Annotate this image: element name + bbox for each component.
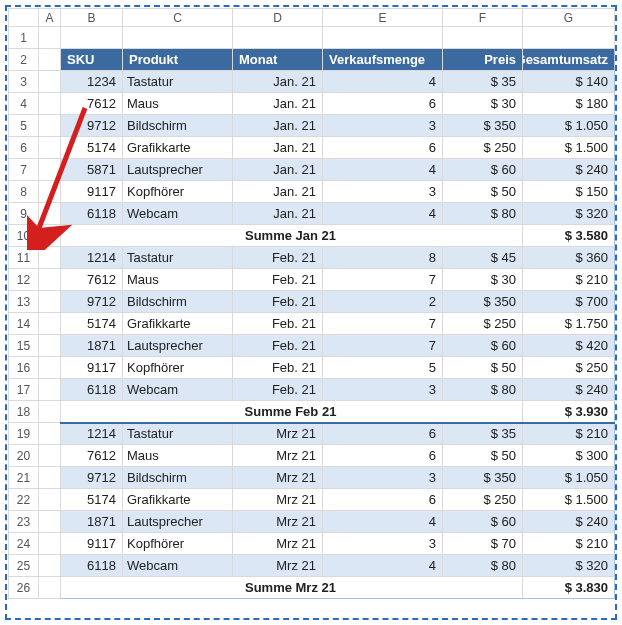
cell-A[interactable] <box>39 489 61 511</box>
cell-menge[interactable]: 6 <box>323 445 443 467</box>
cell-sku[interactable]: 5174 <box>61 313 123 335</box>
cell-B[interactable] <box>61 27 123 49</box>
cell-monat[interactable]: Feb. 21 <box>233 379 323 401</box>
header-monat[interactable]: Monat <box>233 49 323 71</box>
cell-umsatz[interactable]: $ 240 <box>523 379 615 401</box>
cell-monat[interactable]: Jan. 21 <box>233 137 323 159</box>
cell-produkt[interactable]: Tastatur <box>123 247 233 269</box>
cell-umsatz[interactable]: $ 1.050 <box>523 467 615 489</box>
cell-umsatz[interactable]: $ 700 <box>523 291 615 313</box>
cell-sku[interactable]: 5174 <box>61 489 123 511</box>
header-menge[interactable]: Verkaufsmenge <box>323 49 443 71</box>
cell-umsatz[interactable]: $ 360 <box>523 247 615 269</box>
cell-umsatz[interactable]: $ 240 <box>523 159 615 181</box>
subtotal-label-cell[interactable]: Summe Feb 21 <box>61 401 523 423</box>
cell-umsatz[interactable]: $ 140 <box>523 71 615 93</box>
cell-monat[interactable]: Jan. 21 <box>233 93 323 115</box>
cell-monat[interactable]: Mrz 21 <box>233 423 323 445</box>
cell-monat[interactable]: Mrz 21 <box>233 467 323 489</box>
row-header-10[interactable]: 10 <box>9 225 39 247</box>
row-header-13[interactable]: 13 <box>9 291 39 313</box>
cell-monat[interactable]: Mrz 21 <box>233 445 323 467</box>
cell-preis[interactable]: $ 30 <box>443 93 523 115</box>
row-header-21[interactable]: 21 <box>9 467 39 489</box>
row-header-22[interactable]: 22 <box>9 489 39 511</box>
cell-preis[interactable]: $ 350 <box>443 115 523 137</box>
cell-A[interactable] <box>39 71 61 93</box>
cell-A[interactable] <box>39 313 61 335</box>
cell-preis[interactable]: $ 50 <box>443 181 523 203</box>
row-header-24[interactable]: 24 <box>9 533 39 555</box>
row-header-2[interactable]: 2 <box>9 49 39 71</box>
cell-menge[interactable]: 4 <box>323 203 443 225</box>
cell-sku[interactable]: 1871 <box>61 335 123 357</box>
cell-A[interactable] <box>39 401 61 423</box>
col-header-E[interactable]: E <box>323 9 443 27</box>
cell-menge[interactable]: 2 <box>323 291 443 313</box>
cell-produkt[interactable]: Maus <box>123 269 233 291</box>
cell-menge[interactable]: 5 <box>323 357 443 379</box>
cell-produkt[interactable]: Webcam <box>123 203 233 225</box>
col-header-A[interactable]: A <box>39 9 61 27</box>
cell-menge[interactable]: 4 <box>323 511 443 533</box>
row-header-4[interactable]: 4 <box>9 93 39 115</box>
cell-preis[interactable]: $ 60 <box>443 511 523 533</box>
cell-A[interactable] <box>39 27 61 49</box>
cell-monat[interactable]: Mrz 21 <box>233 533 323 555</box>
cell-A[interactable] <box>39 159 61 181</box>
col-header-D[interactable]: D <box>233 9 323 27</box>
cell-A[interactable] <box>39 203 61 225</box>
cell-sku[interactable]: 6118 <box>61 379 123 401</box>
cell-preis[interactable]: $ 250 <box>443 489 523 511</box>
cell-umsatz[interactable]: $ 180 <box>523 93 615 115</box>
cell-preis[interactable]: $ 60 <box>443 335 523 357</box>
cell-produkt[interactable]: Tastatur <box>123 423 233 445</box>
cell-A[interactable] <box>39 379 61 401</box>
cell-A[interactable] <box>39 511 61 533</box>
cell-produkt[interactable]: Webcam <box>123 379 233 401</box>
cell-menge[interactable]: 6 <box>323 93 443 115</box>
row-header-26[interactable]: 26 <box>9 577 39 599</box>
cell-umsatz[interactable]: $ 300 <box>523 445 615 467</box>
row-header-8[interactable]: 8 <box>9 181 39 203</box>
cell-preis[interactable]: $ 80 <box>443 203 523 225</box>
cell-produkt[interactable]: Bildschirm <box>123 115 233 137</box>
cell-umsatz[interactable]: $ 240 <box>523 511 615 533</box>
cell-sku[interactable]: 9117 <box>61 181 123 203</box>
row-header-16[interactable]: 16 <box>9 357 39 379</box>
cell-preis[interactable]: $ 80 <box>443 555 523 577</box>
cell-produkt[interactable]: Kopfhörer <box>123 357 233 379</box>
cell-menge[interactable]: 7 <box>323 313 443 335</box>
cell-sku[interactable]: 7612 <box>61 93 123 115</box>
cell-umsatz[interactable]: $ 210 <box>523 269 615 291</box>
subtotal-value-cell[interactable]: $ 3.580 <box>523 225 615 247</box>
cell-preis[interactable]: $ 350 <box>443 291 523 313</box>
header-produkt[interactable]: Produkt <box>123 49 233 71</box>
cell-A[interactable] <box>39 115 61 137</box>
cell-menge[interactable]: 4 <box>323 555 443 577</box>
cell-menge[interactable]: 4 <box>323 71 443 93</box>
cell-preis[interactable]: $ 250 <box>443 313 523 335</box>
cell-E[interactable] <box>323 27 443 49</box>
cell-produkt[interactable]: Grafikkarte <box>123 137 233 159</box>
cell-menge[interactable]: 7 <box>323 335 443 357</box>
cell-sku[interactable]: 5174 <box>61 137 123 159</box>
row-header-7[interactable]: 7 <box>9 159 39 181</box>
cell-monat[interactable]: Feb. 21 <box>233 291 323 313</box>
cell-umsatz[interactable]: $ 210 <box>523 533 615 555</box>
cell-preis[interactable]: $ 80 <box>443 379 523 401</box>
cell-A[interactable] <box>39 181 61 203</box>
row-header-14[interactable]: 14 <box>9 313 39 335</box>
subtotal-label-cell[interactable]: Summe Mrz 21 <box>61 577 523 599</box>
cell-produkt[interactable]: Kopfhörer <box>123 181 233 203</box>
cell-monat[interactable]: Jan. 21 <box>233 71 323 93</box>
cell-produkt[interactable]: Grafikkarte <box>123 313 233 335</box>
cell-preis[interactable]: $ 350 <box>443 467 523 489</box>
cell-produkt[interactable]: Bildschirm <box>123 291 233 313</box>
corner-cell[interactable] <box>9 9 39 27</box>
cell-preis[interactable]: $ 250 <box>443 137 523 159</box>
cell-preis[interactable]: $ 45 <box>443 247 523 269</box>
cell-sku[interactable]: 9117 <box>61 357 123 379</box>
cell-A[interactable] <box>39 291 61 313</box>
cell-monat[interactable]: Jan. 21 <box>233 203 323 225</box>
